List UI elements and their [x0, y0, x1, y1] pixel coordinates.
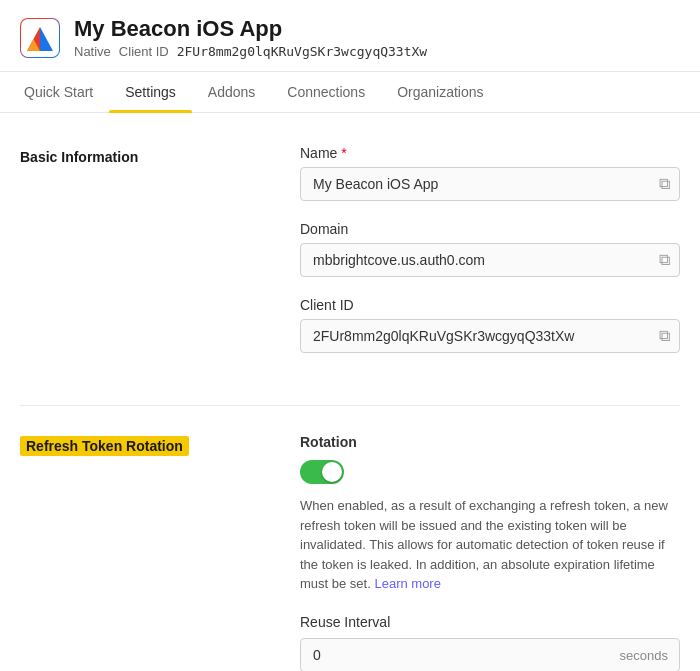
basic-info-section: Basic Information Name * ⧉ Domain — [20, 145, 680, 373]
tab-settings[interactable]: Settings — [109, 72, 192, 112]
toggle-wrap — [300, 460, 680, 484]
app-header: My Beacon iOS App Native Client ID 2FUr8… — [0, 0, 700, 72]
app-info: My Beacon iOS App Native Client ID 2FUr8… — [74, 16, 427, 59]
domain-input-wrap: ⧉ — [300, 243, 680, 277]
reuse-interval-label: Reuse Interval — [300, 614, 680, 630]
tab-quick-start[interactable]: Quick Start — [20, 72, 109, 112]
client-id-copy-button[interactable]: ⧉ — [657, 325, 672, 347]
learn-more-link[interactable]: Learn more — [374, 576, 440, 591]
app-title: My Beacon iOS App — [74, 16, 427, 42]
app-logo — [20, 18, 60, 58]
section-divider — [20, 405, 680, 406]
copy-icon-2: ⧉ — [659, 251, 670, 268]
name-required: * — [341, 145, 346, 161]
reuse-input-wrap: seconds — [300, 638, 680, 672]
toggle-knob — [322, 462, 342, 482]
tab-addons[interactable]: Addons — [192, 72, 271, 112]
name-copy-button[interactable]: ⧉ — [657, 173, 672, 195]
token-rotation-fields: Rotation When enabled, as a result of ex… — [300, 434, 680, 671]
name-label: Name * — [300, 145, 680, 161]
client-id-field-group: Client ID ⧉ — [300, 297, 680, 353]
copy-icon-3: ⧉ — [659, 327, 670, 344]
token-rotation-label-highlight: Refresh Token Rotation — [20, 436, 189, 456]
copy-icon: ⧉ — [659, 175, 670, 192]
token-rotation-section: Refresh Token Rotation Rotation When ena… — [20, 434, 680, 671]
app-type: Native — [74, 44, 111, 59]
nav-tabs: Quick Start Settings Addons Connections … — [0, 72, 700, 113]
tab-organizations[interactable]: Organizations — [381, 72, 499, 112]
domain-input[interactable] — [300, 243, 680, 277]
client-id-input[interactable] — [300, 319, 680, 353]
rotation-header: Rotation — [300, 434, 680, 450]
client-id-label: Client ID — [119, 44, 169, 59]
content: Basic Information Name * ⧉ Domain — [0, 113, 700, 671]
reuse-suffix: seconds — [620, 647, 668, 662]
domain-copy-button[interactable]: ⧉ — [657, 249, 672, 271]
header-client-id-value: 2FUr8mm2g0lqKRuVgSKr3wcgyqQ33tXw — [177, 44, 427, 59]
basic-info-fields: Name * ⧉ Domain ⧉ — [300, 145, 680, 373]
basic-info-label: Basic Information — [20, 145, 300, 373]
app-meta: Native Client ID 2FUr8mm2g0lqKRuVgSKr3wc… — [74, 44, 427, 59]
name-input[interactable] — [300, 167, 680, 201]
name-input-wrap: ⧉ — [300, 167, 680, 201]
token-rotation-section-label: Refresh Token Rotation — [20, 434, 300, 671]
client-id-field-label: Client ID — [300, 297, 680, 313]
reuse-interval-group: Reuse Interval seconds The allowable lee… — [300, 614, 680, 672]
client-id-input-wrap: ⧉ — [300, 319, 680, 353]
domain-label: Domain — [300, 221, 680, 237]
name-field-group: Name * ⧉ — [300, 145, 680, 201]
rotation-toggle[interactable] — [300, 460, 344, 484]
domain-field-group: Domain ⧉ — [300, 221, 680, 277]
tab-connections[interactable]: Connections — [271, 72, 381, 112]
rotation-description: When enabled, as a result of exchanging … — [300, 496, 680, 594]
